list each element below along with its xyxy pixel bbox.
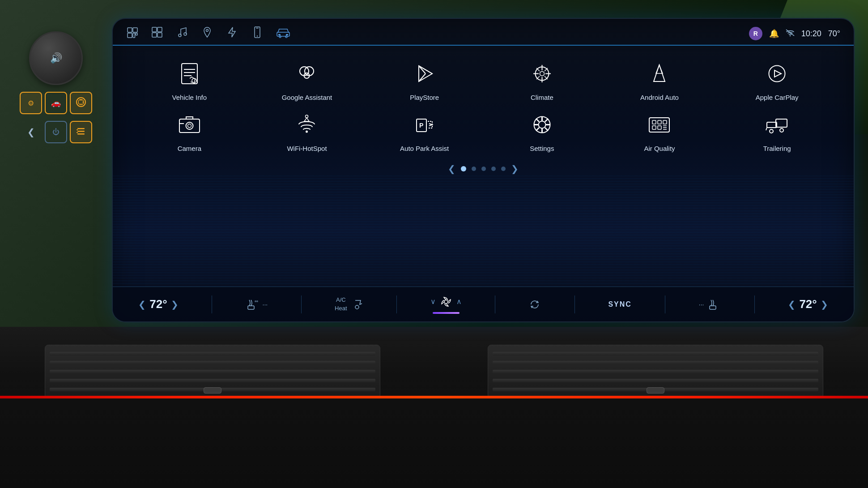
auto-park-icon: P [410,110,439,139]
svg-rect-14 [136,33,137,35]
pagination-right-arrow[interactable]: ❯ [511,163,519,174]
back-button[interactable]: ❮ [20,121,42,143]
car-icon: 🚗 [51,98,61,108]
nav-lightning-icon[interactable] [226,26,238,41]
heat-dots-right: ··· [699,301,704,308]
svg-point-93 [444,300,448,304]
auto-park-label: Auto Park Assist [400,145,449,152]
left-temp-increase[interactable]: ❯ [171,299,179,310]
speed-control-btn[interactable] [70,92,92,114]
left-temp-section: ❮ 72° ❯ [138,297,178,311]
vent-panel-left [45,345,380,398]
fan-increase-arrow[interactable]: ∧ [456,297,462,306]
apps-grid-row2: Camera WiFi-HotSpot [113,106,854,161]
svg-rect-18 [157,33,162,37]
right-temp-increase[interactable]: ❯ [821,299,828,310]
svg-rect-56 [179,119,200,133]
svg-line-43 [419,66,432,74]
nav-home-icon[interactable] [126,26,138,41]
svg-point-86 [770,129,773,133]
svg-point-54 [769,66,785,82]
android-auto-app[interactable]: Android Auto [605,59,714,101]
climate-label: Climate [531,94,553,101]
svg-point-29 [285,36,287,38]
screen-inner: R 🔔 10:20 70° [113,19,854,321]
power-control-btn[interactable]: ⏻ [45,121,67,143]
settings-icon: ⚙ [28,99,34,107]
apple-carplay-app[interactable]: Apple CarPlay [723,59,831,101]
svg-rect-13 [133,33,135,38]
svg-point-91 [256,300,258,302]
svg-point-60 [306,131,308,133]
svg-rect-79 [658,126,661,129]
pagination-left-arrow[interactable]: ❮ [448,163,455,174]
divider-1 [212,295,212,313]
pagination-dot-3[interactable] [481,167,486,171]
pagination-dot-2[interactable] [472,167,476,171]
google-assistant-app[interactable]: Google Assistant [253,59,362,101]
wifi-hotspot-app[interactable]: WiFi-HotSpot [253,110,362,152]
vent-panel-right [488,345,823,398]
fan-decrease-arrow[interactable]: ∨ [430,297,436,306]
vehicle-info-icon [175,59,204,88]
svg-line-41 [419,66,425,74]
volume-icon: 🔊 [50,52,62,64]
svg-line-72 [545,119,548,122]
google-assistant-label: Google Assistant [282,94,332,101]
vehicle-info-app[interactable]: Vehicle Info [135,59,244,101]
android-auto-icon [645,59,674,88]
heated-seats-right[interactable]: ··· [699,298,721,311]
heated-seats-left[interactable]: ··· [246,298,268,311]
svg-point-30 [790,35,791,36]
pagination-dot-5[interactable] [501,167,506,171]
left-controls: 🔊 ⚙ 🚗 ❮ ⏻ [0,18,112,322]
settings-label: Settings [530,145,554,152]
car-control-btn[interactable]: 🚗 [45,92,67,114]
settings-app[interactable]: Settings [488,110,596,152]
recirculate-section[interactable] [528,298,541,311]
left-temperature: 72° [149,297,167,311]
svg-marker-55 [774,70,781,77]
left-temp-decrease[interactable]: ❮ [138,299,146,310]
climate-app[interactable]: Climate [488,59,596,101]
google-assistant-icon [292,59,321,88]
camera-app[interactable]: Camera [135,110,244,152]
playstore-app[interactable]: PlayStore [370,59,479,101]
svg-rect-76 [658,120,661,124]
settings-app-icon [528,110,557,139]
svg-point-87 [780,128,783,132]
wifi-hotspot-icon [292,110,321,139]
nav-car-icon[interactable] [277,26,290,41]
nav-location-icon[interactable] [201,26,213,41]
water-overlay [113,174,854,286]
nav-music-icon[interactable] [176,26,188,41]
vent-area [0,327,868,488]
right-temp-decrease[interactable]: ❮ [788,299,796,310]
fan-section: ∨ ∧ [430,295,462,314]
wifi-signal-icon [786,29,795,38]
svg-rect-94 [710,306,716,309]
lights-control-btn[interactable] [70,121,92,143]
svg-rect-15 [152,27,157,32]
svg-rect-10 [128,28,132,32]
main-screen: R 🔔 10:20 70° [112,18,855,322]
speedometer-icon [76,97,86,109]
volume-knob[interactable]: 🔊 [29,31,83,85]
svg-point-57 [186,122,193,129]
trailering-app[interactable]: Trailering [723,110,831,152]
apple-carplay-icon [762,59,791,88]
nav-grid-icon[interactable] [151,26,163,41]
pagination-dot-4[interactable] [491,167,496,171]
settings-control-btn[interactable]: ⚙ [20,92,42,114]
pagination-dot-1[interactable] [461,166,466,171]
svg-rect-5 [77,128,85,129]
climate-icon [528,59,557,88]
divider-6 [665,295,665,313]
air-quality-app[interactable]: Air Quality [605,110,714,152]
auto-park-app[interactable]: P Auto Park Assist [370,110,479,152]
playstore-icon [410,59,439,88]
nav-phone-icon[interactable] [251,26,263,41]
ac-heat-label: A/C [336,296,346,304]
right-temperature: 72° [799,297,817,311]
sync-label[interactable]: SYNC [608,300,631,308]
